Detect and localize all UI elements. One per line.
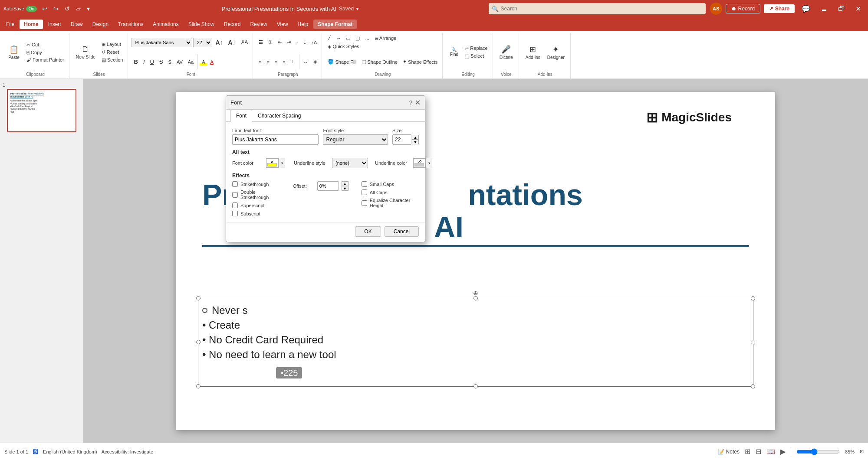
minimize-button[interactable]: 🗕 xyxy=(817,5,831,13)
saved-chevron[interactable]: ▾ xyxy=(356,7,358,11)
size-down-button[interactable]: ▼ xyxy=(412,140,419,144)
offset-input[interactable] xyxy=(317,181,339,191)
highlight-button[interactable]: A xyxy=(200,59,207,65)
designer-button[interactable]: ✦ Designer xyxy=(544,42,568,62)
tab-character-spacing[interactable]: Character Spacing xyxy=(252,110,306,122)
handle-ml[interactable] xyxy=(196,340,201,344)
menu-record[interactable]: Record xyxy=(220,20,245,29)
clear-format-button[interactable]: ✗A xyxy=(239,39,250,46)
comments-icon[interactable]: 💬 xyxy=(798,5,814,13)
record-button-title[interactable]: ⏺ Record xyxy=(726,4,761,13)
cancel-button[interactable]: Cancel xyxy=(385,226,419,237)
restore-button[interactable]: 🗗 xyxy=(835,5,848,13)
font-color-button[interactable]: A xyxy=(208,59,216,65)
menu-insert[interactable]: Insert xyxy=(44,20,66,29)
handle-bm[interactable] xyxy=(473,384,478,388)
normal-view-button[interactable]: ⊞ xyxy=(745,447,750,456)
char-spacing-button[interactable]: AV xyxy=(174,59,185,65)
latin-font-input[interactable] xyxy=(232,134,319,145)
menu-transitions[interactable]: Transitions xyxy=(114,20,148,29)
copy-button[interactable]: ⎘Copy xyxy=(24,49,66,56)
increase-font-button[interactable]: A↑ xyxy=(213,38,225,47)
dictate-button[interactable]: 🎤 Dictate xyxy=(496,42,516,62)
increase-indent-button[interactable]: ⇥ xyxy=(285,39,293,46)
dialog-close-button[interactable]: ✕ xyxy=(415,98,421,107)
undo-icon[interactable]: ↩ xyxy=(40,4,49,13)
reset-button[interactable]: ↺Reset xyxy=(99,49,125,56)
double-strikethrough-checkbox[interactable] xyxy=(232,192,238,198)
cut-button[interactable]: ✂Cut xyxy=(24,41,66,49)
shape-fill-button[interactable]: 🪣 Shape Fill xyxy=(326,58,358,65)
menu-slideshow[interactable]: Slide Show xyxy=(184,20,219,29)
ok-button[interactable]: OK xyxy=(355,226,381,237)
underline-style-select[interactable]: (none) Words only Double Dotted xyxy=(332,158,368,168)
layout-button[interactable]: ⊞Layout xyxy=(99,41,125,48)
slide-sorter-button[interactable]: ⊟ xyxy=(756,447,761,456)
shape-outline-button[interactable]: ⬚ Shape Outline xyxy=(359,58,400,65)
paste-button[interactable]: 📋 Paste xyxy=(4,42,23,62)
menu-review[interactable]: Review xyxy=(246,20,271,29)
tab-font[interactable]: Font xyxy=(230,110,252,122)
present-icon[interactable]: ▱ xyxy=(74,4,82,13)
quick-styles-button[interactable]: ◈ Quick Styles xyxy=(326,43,361,50)
zoom-slider[interactable] xyxy=(796,448,840,455)
strikethrough-button[interactable]: S xyxy=(157,58,165,66)
handle-bl[interactable] xyxy=(196,384,201,388)
find-button[interactable]: 🔍 Find xyxy=(446,46,462,59)
shape-rect[interactable]: ▭ xyxy=(344,35,352,42)
line-spacing-button[interactable]: ↕ xyxy=(294,39,301,46)
convert-smartart-button[interactable]: ◈ xyxy=(311,58,319,65)
handle-tl[interactable] xyxy=(196,296,201,300)
dialog-help-button[interactable]: ? xyxy=(409,98,412,107)
align-center-button[interactable]: ≡ xyxy=(265,59,272,65)
subscript-checkbox[interactable] xyxy=(232,211,238,216)
shadow-button[interactable]: S xyxy=(166,59,174,65)
italic-button[interactable]: I xyxy=(141,58,147,66)
font-name-select[interactable]: Plus Jakarta Sans xyxy=(132,38,192,47)
addins-button[interactable]: ⊞ Add-ins xyxy=(523,42,543,62)
handle-tm[interactable] xyxy=(473,296,478,300)
notes-button[interactable]: 📝 Notes xyxy=(718,449,740,455)
menu-home[interactable]: Home xyxy=(20,20,43,29)
underline-color-dropdown[interactable]: ▾ xyxy=(425,158,432,168)
search-input[interactable] xyxy=(489,3,706,14)
slide-show-button[interactable]: ▶ xyxy=(780,447,786,456)
menu-file[interactable]: File xyxy=(2,20,19,29)
menu-design[interactable]: Design xyxy=(88,20,113,29)
justify-button[interactable]: ≡ xyxy=(280,59,287,65)
customize-icon[interactable]: ▾ xyxy=(85,4,92,13)
decrease-indent-button[interactable]: ⇤ xyxy=(276,39,284,46)
columns-button[interactable]: ⫰ xyxy=(302,39,309,46)
refresh-icon[interactable]: ↺ xyxy=(63,4,72,13)
shape-line[interactable]: ╱ xyxy=(326,35,333,42)
shape-effects-button[interactable]: ✦ Shape Effects xyxy=(401,58,440,65)
reading-view-button[interactable]: 📖 xyxy=(766,447,775,456)
redo-icon[interactable]: ↪ xyxy=(52,4,60,13)
section-button[interactable]: ▤Section xyxy=(99,56,125,64)
underline-color-button[interactable]: 🖊 xyxy=(413,158,425,168)
font-style-select[interactable]: Regular Bold Italic Bold Italic xyxy=(323,134,388,145)
size-up-button[interactable]: ▲ xyxy=(412,135,419,140)
change-case-button[interactable]: Aa xyxy=(186,59,196,65)
format-painter-button[interactable]: 🖌Format Painter xyxy=(24,56,66,63)
equalize-height-checkbox[interactable] xyxy=(362,200,367,206)
align-right-button[interactable]: ≡ xyxy=(273,59,279,65)
font-size-select[interactable]: 22 xyxy=(193,38,212,47)
arrange-button[interactable]: ⊟ Arrange xyxy=(372,35,399,42)
autosave-toggle[interactable]: On xyxy=(26,6,37,12)
strikethrough-checkbox[interactable] xyxy=(232,181,238,187)
sort-button[interactable]: ↕A xyxy=(309,39,319,46)
move-handle[interactable]: ⊕ xyxy=(473,290,478,297)
numbering-button[interactable]: ① xyxy=(266,39,275,46)
fit-slide-button[interactable]: ⊡ xyxy=(860,449,864,454)
shape-rounded[interactable]: ▢ xyxy=(353,35,362,42)
offset-down-button[interactable]: ▼ xyxy=(342,186,349,191)
offset-up-button[interactable]: ▲ xyxy=(342,181,349,186)
share-button[interactable]: ↗ Share xyxy=(764,4,795,13)
menu-help[interactable]: Help xyxy=(293,20,313,29)
close-button[interactable]: ✕ xyxy=(852,5,865,13)
small-caps-checkbox[interactable] xyxy=(362,181,367,187)
decrease-font-button[interactable]: A↓ xyxy=(226,38,238,47)
text-direction-button[interactable]: ↔ xyxy=(301,59,310,65)
select-button[interactable]: ⬚Select xyxy=(463,52,490,60)
